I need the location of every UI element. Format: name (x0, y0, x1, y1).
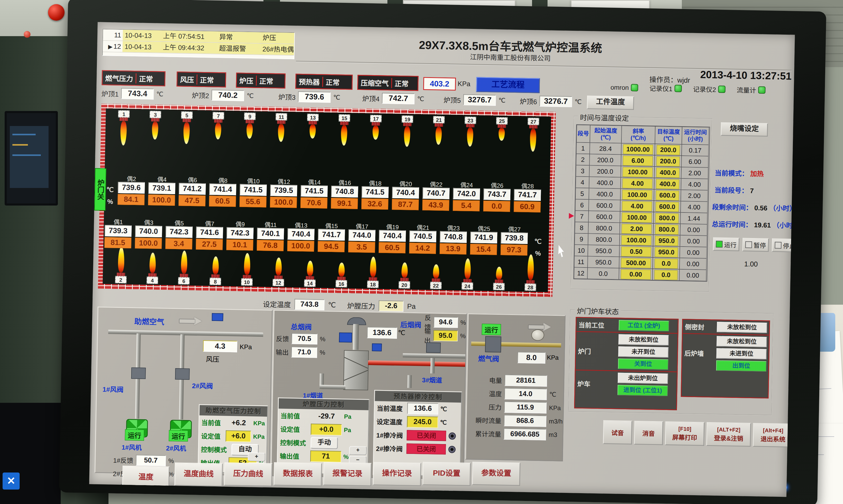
bottom-button[interactable]: 温度曲线 (174, 463, 223, 486)
target-input[interactable]: 0.0 (654, 258, 678, 269)
run-button[interactable]: 运行 (713, 237, 739, 251)
bottom-button[interactable]: 压力曲线 (224, 463, 272, 486)
burner: 9 (244, 112, 256, 139)
control-mode-button[interactable]: 手动 (310, 437, 338, 449)
system-button[interactable]: 试音 (603, 420, 632, 445)
control-row: 设定值+0.0 Pa (278, 422, 368, 437)
bottom-button[interactable]: 报警记录 (323, 462, 372, 486)
ramp-input[interactable]: 6.00 (623, 156, 653, 166)
target-input[interactable]: 800.0 (655, 213, 679, 223)
thermocouple-readout: 偶13 740.4 100.0 (287, 220, 315, 252)
control-panel-title: 助燃空气压力控制 (199, 405, 267, 417)
target-input[interactable]: 200.0 (657, 145, 680, 155)
burner-settings-button[interactable]: 烧嘴设定 (721, 122, 768, 137)
system-button[interactable]: 消音 (634, 421, 663, 445)
increment-button[interactable]: + (248, 452, 266, 462)
roof-temp-item: 炉顶1 743.4 ℃ (102, 88, 163, 100)
ramp-input[interactable]: 100.00 (623, 167, 653, 177)
cell-segment: 11 (574, 256, 588, 268)
control-setpoint[interactable]: +6.0 (226, 430, 251, 442)
burner: 15 (338, 114, 350, 146)
target-input[interactable]: 800.0 (655, 224, 679, 235)
set-temp-label: 设定温度 (263, 299, 291, 309)
couple-name: 偶1 (105, 217, 132, 224)
system-button[interactable]: [F10] 屏幕打印 (665, 421, 704, 446)
table-header-cell: 起始温度(℃) (590, 125, 622, 143)
flue-temp-unit: ℃ (398, 329, 406, 337)
ramp-input[interactable]: 500.00 (621, 258, 651, 268)
cell-start-temp: 0.0 (587, 268, 619, 280)
cell-target-temp: 0.0 (652, 269, 680, 281)
ramp-input[interactable]: 2.00 (622, 224, 652, 234)
bottom-button[interactable]: 操作记录 (373, 462, 421, 486)
readout-value[interactable]: 95.0 (433, 330, 458, 341)
bottom-button[interactable]: 数据报表 (273, 462, 322, 486)
ramp-input[interactable]: 4.00 (623, 178, 653, 189)
ramp-input[interactable]: 100.00 (622, 190, 652, 200)
valve-toggle-icon[interactable] (448, 446, 456, 453)
system-button[interactable]: [ALT+F2] 登录&注销 (706, 422, 751, 447)
thermocouple-readout: 偶11 740.1 76.8 (257, 220, 284, 251)
flame-icon (181, 250, 187, 274)
couple-name: 偶16 (331, 178, 358, 185)
control-setpoint[interactable]: +0.0 (311, 424, 342, 436)
bottom-button[interactable]: PID设置 (422, 462, 471, 486)
thermocouple-readout: 偶6 741.2 47.5 (178, 175, 206, 206)
burner-tip-icon (151, 118, 159, 122)
alarm-list: 11 10-04-13 上午 07:54:51 异常 炉压▶12 10-04-1… (102, 29, 295, 59)
ramp-input[interactable]: 4.00 (622, 201, 652, 212)
process-flow-button[interactable]: 工艺流程 (476, 77, 540, 93)
roof-temp-value: 740.2 (212, 90, 244, 101)
burner-number: 8 (210, 277, 221, 285)
chamber-pressure-unit: Pa (407, 302, 416, 311)
control-value: -29.7 (311, 412, 342, 420)
pause-button[interactable]: 暂停 (742, 238, 769, 252)
control-setpoint[interactable]: 245.0 (407, 416, 438, 428)
burner-tip-icon (372, 122, 380, 126)
control-label: 当前温度 (377, 403, 408, 413)
increment-button[interactable]: + (349, 446, 367, 455)
roof-temp-unit: ℃ (333, 94, 340, 101)
target-input[interactable]: 600.0 (656, 190, 679, 201)
emergency-button[interactable] (48, 4, 65, 21)
target-input[interactable]: 0.0 (654, 270, 678, 280)
burner-tip-icon (274, 275, 283, 279)
target-input[interactable]: 400.0 (656, 179, 680, 189)
window-close-icon[interactable]: ✕ (3, 472, 20, 489)
control-label: 设定温度 (377, 416, 407, 426)
readout-unit: % (168, 457, 174, 465)
target-input[interactable]: 950.0 (655, 247, 678, 257)
system-button[interactable]: [Alt+F4] 退出系统 (753, 423, 793, 448)
target-input[interactable]: 400.0 (656, 167, 680, 178)
ramp-input[interactable]: 0.00 (621, 269, 651, 280)
control-setpoint[interactable]: 71 (310, 451, 341, 463)
control-unit: KPa (253, 433, 265, 440)
readout-label: 温度 (470, 388, 502, 398)
burner-tip-icon (211, 274, 219, 278)
rear-pipe (430, 358, 435, 373)
thermocouple-readout: 偶15 741.7 94.5 (318, 221, 345, 252)
roof-temp-item: 炉顶4 742.7 ℃ (362, 92, 424, 104)
control-unit: ℃ (440, 419, 447, 426)
burner-number: 12 (272, 279, 284, 286)
valve-toggle-icon[interactable] (449, 432, 456, 440)
current-mode-line: 当前模式： 加热 (715, 167, 764, 178)
bottom-button[interactable]: 参数设置 (472, 462, 520, 486)
target-input[interactable]: 600.0 (656, 202, 679, 212)
misc-value: 1.00 (744, 260, 758, 268)
ramp-input[interactable]: 100.00 (622, 213, 652, 223)
couple-output: 0.0 (483, 201, 510, 212)
target-input[interactable]: 950.0 (655, 236, 679, 246)
status-label: 炉压 (237, 75, 256, 86)
target-input[interactable]: 200.0 (656, 156, 680, 166)
ramp-input[interactable]: 0.50 (621, 247, 651, 257)
combustion-air-panel: 助燃空气 1#风阀 2#风阀 4.3 KPa 风压 运行 运行 1#风机 2#风… (94, 307, 273, 476)
link-label: 记录仪2 (693, 84, 716, 94)
ramp-input[interactable]: 1000.00 (623, 144, 653, 155)
ramp-input[interactable]: 100.00 (622, 235, 652, 246)
readout-unit: % (460, 332, 466, 340)
door-status-chip: 未开到位 (618, 346, 669, 358)
workpiece-temp-button[interactable]: 工件温度 (587, 95, 634, 110)
burner: 5 (181, 111, 193, 144)
stop-button[interactable]: 停止 (772, 238, 795, 252)
